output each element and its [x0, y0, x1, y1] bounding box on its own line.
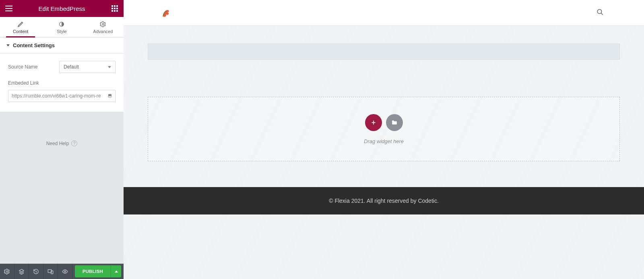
site-header: [124, 0, 644, 26]
publish-button[interactable]: PUBLISH: [75, 265, 111, 277]
need-help[interactable]: Need Help ?: [0, 140, 124, 146]
preview-canvas: Drag widget here © Flexia 2021. All righ…: [124, 0, 644, 279]
site-search-button[interactable]: [597, 8, 604, 17]
panel-tabs: Content Style Advanced: [0, 17, 124, 37]
gear-icon: [100, 21, 106, 27]
add-template-button[interactable]: [386, 114, 403, 131]
plus-icon: [370, 119, 377, 126]
site-logo[interactable]: [160, 7, 171, 19]
footer-text: © Flexia 2021. All right reserved by Cod…: [329, 198, 439, 204]
section-action-buttons: [365, 114, 403, 131]
search-icon: [597, 8, 604, 16]
drop-hint: Drag widget here: [364, 138, 404, 144]
page-title-bar[interactable]: [148, 44, 620, 60]
add-section-button[interactable]: [365, 114, 382, 131]
eye-icon: [62, 269, 68, 275]
source-name-select[interactable]: Default: [59, 61, 116, 73]
settings-button[interactable]: [0, 264, 14, 279]
responsive-button[interactable]: [43, 264, 58, 279]
site-footer: © Flexia 2021. All right reserved by Cod…: [124, 187, 644, 214]
pencil-icon: [17, 21, 24, 27]
preview-button[interactable]: [58, 264, 72, 279]
source-name-value: Default: [64, 64, 79, 70]
controls-area: Source Name Default Embeded Link: [0, 54, 124, 112]
publish-options-button[interactable]: [111, 265, 121, 277]
help-icon: ?: [71, 140, 77, 146]
svg-point-3: [6, 271, 8, 272]
chevron-down-icon: [108, 66, 111, 68]
devices-icon: [47, 269, 54, 275]
caret-up-icon: [115, 271, 118, 273]
tab-label: Style: [57, 29, 66, 34]
svg-point-1: [102, 23, 104, 25]
caret-down-icon: [6, 44, 10, 46]
embed-link-input[interactable]: [8, 90, 116, 102]
grid-icon: [111, 5, 118, 12]
contrast-icon: [58, 21, 65, 27]
need-help-label: Need Help: [46, 141, 69, 146]
svg-point-7: [597, 9, 602, 14]
widgets-grid-button[interactable]: [110, 4, 120, 13]
svg-point-6: [64, 271, 66, 272]
navigator-button[interactable]: [14, 264, 29, 279]
tab-advanced[interactable]: Advanced: [83, 17, 124, 37]
section-title: Content Settings: [13, 42, 55, 48]
gear-icon: [4, 269, 10, 275]
tab-label: Content: [13, 29, 29, 34]
editor-panel: Edit EmbedPress Content Style Advanced C…: [0, 0, 124, 279]
panel-title: Edit EmbedPress: [14, 5, 110, 12]
hamburger-icon: [5, 6, 12, 11]
publish-button-group: PUBLISH: [75, 265, 121, 277]
layers-icon: [19, 269, 25, 275]
source-name-label: Source Name: [8, 64, 59, 70]
logo-icon: [160, 7, 171, 19]
tab-style[interactable]: Style: [41, 17, 82, 37]
panel-bottom-bar: PUBLISH: [0, 264, 124, 279]
embed-link-label: Embeded Link: [8, 80, 39, 86]
tab-content[interactable]: Content: [0, 17, 41, 37]
empty-section[interactable]: Drag widget here: [148, 97, 620, 161]
embed-link-label-row: Embeded Link: [8, 80, 116, 86]
panel-header: Edit EmbedPress: [0, 0, 124, 17]
section-content-settings[interactable]: Content Settings: [0, 37, 124, 54]
folder-icon: [391, 119, 398, 126]
embed-link-input-wrap: [8, 90, 116, 102]
source-name-row: Source Name Default: [8, 61, 116, 73]
history-icon: [33, 269, 39, 275]
database-icon: [107, 94, 112, 98]
history-button[interactable]: [29, 264, 43, 279]
dynamic-tags-button[interactable]: [106, 92, 114, 100]
menu-button[interactable]: [4, 4, 14, 13]
tab-label: Advanced: [93, 29, 113, 34]
